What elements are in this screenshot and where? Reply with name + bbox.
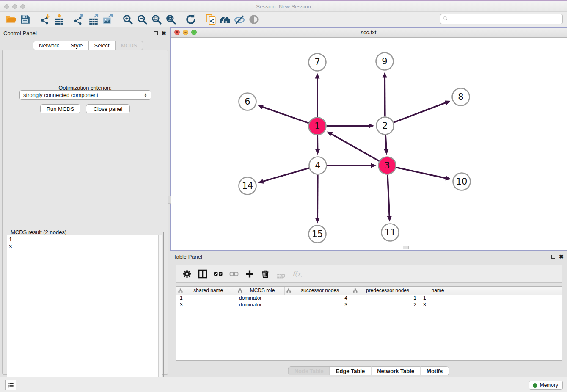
tab-motifs[interactable]: Motifs xyxy=(421,366,449,375)
refresh-icon[interactable] xyxy=(184,13,198,26)
edge-1-6[interactable] xyxy=(258,105,309,123)
node-15[interactable]: 15 xyxy=(309,226,326,243)
node-8[interactable]: 8 xyxy=(452,88,470,106)
edge-3-11[interactable] xyxy=(387,174,392,221)
svg-text:1: 1 xyxy=(314,121,320,131)
task-history-button[interactable] xyxy=(5,380,16,390)
edge-1-4[interactable] xyxy=(315,135,320,155)
control-panel-float-icon[interactable] xyxy=(154,31,158,35)
mcds-result-text[interactable]: 1 3 xyxy=(7,235,159,391)
criterion-selected-value: strongly connected component xyxy=(23,92,98,98)
app-titlebar: Session: New Session xyxy=(0,1,567,12)
open-folder-icon[interactable] xyxy=(3,13,18,26)
node-10[interactable]: 10 xyxy=(453,173,471,190)
edge-1-2[interactable] xyxy=(326,124,374,128)
hide-eye-icon[interactable] xyxy=(232,13,247,26)
tab-network-table[interactable]: Network Table xyxy=(371,366,421,375)
tab-select[interactable]: Select xyxy=(89,41,116,50)
memory-button[interactable]: Memory xyxy=(529,381,563,390)
table-row[interactable]: 3dominator323 xyxy=(176,301,562,308)
import-network-icon[interactable] xyxy=(38,13,52,26)
export-image-icon[interactable] xyxy=(101,13,115,26)
cell: 1 xyxy=(176,295,236,301)
node-11[interactable]: 11 xyxy=(382,224,399,241)
column-header-MCDS-role[interactable]: MCDS role xyxy=(236,287,284,295)
tab-style[interactable]: Style xyxy=(65,41,89,50)
zoom-fit-icon[interactable] xyxy=(149,13,164,26)
toolbar-separator xyxy=(69,14,69,25)
gear-icon[interactable] xyxy=(179,267,195,281)
node-6[interactable]: 6 xyxy=(239,93,256,110)
edge-4-15[interactable] xyxy=(315,174,320,223)
node-2[interactable]: 2 xyxy=(377,117,394,135)
column-header-successor-nodes[interactable]: successor nodes xyxy=(284,287,351,295)
criterion-select[interactable]: strongly connected component ▲▼ xyxy=(19,90,151,100)
mcds-result-title: MCDS result (2 nodes) xyxy=(9,229,68,235)
export-network-icon[interactable] xyxy=(72,13,86,26)
trash-icon[interactable] xyxy=(257,267,273,281)
table-panel: Table Panel ✖ f(x) shared nameMCDS roles… xyxy=(170,251,567,377)
edge-3-1[interactable] xyxy=(327,132,379,161)
node-7[interactable]: 7 xyxy=(309,54,326,71)
save-icon[interactable] xyxy=(18,13,32,26)
edge-2-3[interactable] xyxy=(384,135,388,155)
node-4[interactable]: 4 xyxy=(309,157,327,174)
tab-edge-table[interactable]: Edge Table xyxy=(330,366,371,375)
memory-label: Memory xyxy=(540,382,558,388)
table-panel-float-icon[interactable] xyxy=(551,255,555,259)
toolbar-separator xyxy=(181,14,181,25)
edge-3-10[interactable] xyxy=(396,168,451,181)
svg-text:15: 15 xyxy=(312,229,323,239)
table-panel-close-icon[interactable]: ✖ xyxy=(559,254,564,259)
memory-status-icon xyxy=(533,383,537,388)
run-mcds-button[interactable]: Run MCDS xyxy=(40,104,80,113)
import-table-icon[interactable] xyxy=(52,13,66,26)
close-panel-button[interactable]: Close panel xyxy=(86,104,130,113)
table-row[interactable]: 1dominator411 xyxy=(176,295,562,301)
zoom-selected-icon[interactable] xyxy=(164,13,178,26)
edge-2-9[interactable] xyxy=(383,72,387,116)
duplicate-network-icon[interactable] xyxy=(204,13,218,26)
split-columns-icon[interactable] xyxy=(195,267,210,281)
cell-filler xyxy=(456,295,562,301)
tab-mcds[interactable]: MCDS xyxy=(116,41,143,50)
deselect-all-icon[interactable] xyxy=(226,267,242,281)
select-all-icon[interactable] xyxy=(210,267,226,281)
mcds-result-group: MCDS result (2 nodes) 1 3 xyxy=(6,232,164,392)
network-window-titlebar[interactable]: ✕ − + scc.txt xyxy=(171,28,567,38)
tab-node-table[interactable]: Node Table xyxy=(288,366,330,375)
control-panel-tabs: NetworkStyleSelectMCDS xyxy=(33,41,143,50)
edge-4-14[interactable] xyxy=(258,168,309,184)
edge-2-8[interactable] xyxy=(394,100,451,122)
cell: 1 xyxy=(420,295,456,301)
export-table-icon[interactable] xyxy=(86,13,101,26)
edge-1-7[interactable] xyxy=(315,73,319,117)
panel-splitter-handle[interactable] xyxy=(168,196,171,204)
mcds-panel: Optimization criterion: strongly connect… xyxy=(2,50,168,375)
add-row-icon[interactable] xyxy=(242,267,257,281)
node-14[interactable]: 14 xyxy=(239,177,256,195)
control-panel-close-icon[interactable]: ✖ xyxy=(162,30,166,36)
node-1[interactable]: 1 xyxy=(309,118,326,135)
search-box[interactable] xyxy=(440,14,563,24)
zoom-in-icon[interactable] xyxy=(121,13,135,26)
column-header-predecessor-nodes[interactable]: predecessor nodes xyxy=(351,287,420,295)
canvas-scroll-thumb[interactable] xyxy=(403,246,409,249)
column-header-name[interactable]: name xyxy=(420,287,456,295)
network-window: ✕ − + scc.txt 7968124314101511 xyxy=(170,27,567,251)
cell: 3 xyxy=(176,301,236,308)
table-tabs: Node TableEdge TableNetwork TableMotifs xyxy=(288,366,449,375)
edge-4-3[interactable] xyxy=(327,163,377,168)
column-header-shared-name[interactable]: shared name xyxy=(176,287,236,295)
mcds-result-scrollbar[interactable] xyxy=(159,235,162,391)
tab-network[interactable]: Network xyxy=(33,41,65,50)
node-3[interactable]: 3 xyxy=(379,157,396,174)
delete-table-icon xyxy=(273,267,289,281)
eye-disabled-icon[interactable] xyxy=(247,13,261,26)
node-9[interactable]: 9 xyxy=(376,53,394,70)
home-icon[interactable] xyxy=(218,13,232,26)
search-icon xyxy=(443,16,449,23)
zoom-out-icon[interactable] xyxy=(135,13,149,26)
network-canvas[interactable]: 7968124314101511 xyxy=(171,38,567,250)
search-input[interactable] xyxy=(449,15,562,23)
